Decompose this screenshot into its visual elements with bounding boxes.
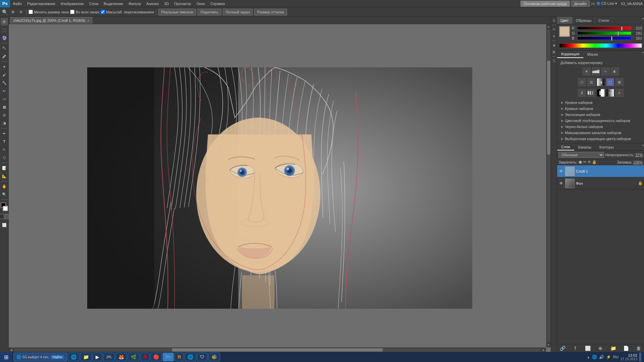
bw-icon[interactable]: ◑ [597,78,605,86]
taskbar-explorer[interactable]: 📁 [80,353,92,361]
foreground-color-swatch[interactable] [559,26,570,37]
tab-masks[interactable]: Маски [583,51,602,58]
menu-layers[interactable]: Слои [87,0,101,7]
canvas-tab-active[interactable]: z5ibZO3SyTk.jpg @ 200% (Слой 1, RGB/8) × [10,17,92,24]
strip-icon-6[interactable]: ☰ [552,59,556,63]
corr-channelmix[interactable]: ▶ Микширование каналов наборов [558,130,643,136]
taskbar-game[interactable]: 🎮 [103,353,115,361]
notes-tool[interactable]: 📝 [1,164,8,172]
menu-window[interactable]: Окно [194,0,208,7]
channel-mix-icon[interactable]: ⊞ [615,78,624,86]
taskbar-ie[interactable]: 🌐 [68,353,79,361]
tray-network[interactable]: 🌐 [592,355,597,359]
menu-view[interactable]: Просмотр [171,0,194,7]
hue-sat-icon[interactable]: ⬡ [578,78,586,86]
all-windows-checkbox[interactable] [70,10,74,14]
print-size-btn[interactable]: Размер оттиска [254,9,287,15]
strip-icon-2[interactable]: ⟳ [552,27,556,32]
standard-mode[interactable] [0,214,4,219]
strip-icon-3[interactable]: ⊕ [552,34,556,39]
g-channel-thumb[interactable] [618,31,619,36]
color-balance-icon[interactable]: ⚖ [587,78,595,86]
canvas-tab-close[interactable]: × [87,19,89,22]
threshold-icon[interactable]: ▋ [597,89,605,97]
taskbar-notification[interactable]: 🌐 5G выйдет 4 сен. Найти [13,353,67,361]
zoom-tool[interactable]: 🔍 [1,191,8,198]
scale-drag-checkbox[interactable] [101,10,105,14]
scroll-down-arrow[interactable]: ▼ [546,343,551,347]
scroll-up-arrow[interactable]: ▲ [546,24,551,29]
type-tool[interactable]: T [1,138,8,145]
show-desktop-btn[interactable] [639,353,641,361]
taskbar-web[interactable]: 🌐 [184,353,196,361]
menu-image[interactable]: Изображение [58,0,87,7]
canvas-content[interactable] [9,24,551,352]
b-channel-thumb[interactable] [611,36,612,41]
delete-layer-btn[interactable]: 🗑 [635,346,642,351]
workspace-design-btn[interactable]: Дизайн [571,1,590,7]
corr-curves[interactable]: ▶ Кривые наборов [558,106,643,112]
invert-icon[interactable]: ⊻ [578,89,586,97]
real-pixels-btn[interactable]: Реальные пиксели [158,9,196,15]
start-button[interactable]: ⊞ [0,352,12,362]
posterize-icon[interactable]: ▊▌▎ [587,89,595,97]
scroll-right-arrow[interactable]: ▶ [541,348,546,352]
b-channel-slider[interactable] [577,37,631,40]
menu-3d[interactable]: 3D [161,0,171,7]
hand-tool[interactable]: ✋ [1,183,8,190]
menu-edit[interactable]: Редактирование [24,0,58,7]
tab-channels[interactable]: Каналы [574,143,595,150]
gradient-tool[interactable]: ▦ [1,103,8,111]
brush-tool[interactable]: 🖌 [1,71,8,78]
layer-item-1[interactable]: 👁 Слой 1 [557,165,644,177]
strip-icon-5[interactable]: ▦ [552,50,556,54]
clock-area[interactable]: 13:02 27.10.2013 [621,353,637,361]
add-group-btn[interactable]: 📁 [610,346,616,351]
tray-sound[interactable]: 🔊 [599,355,604,359]
horizontal-scroll-track[interactable] [14,348,541,352]
taskbar-yandex[interactable]: Я [140,353,150,361]
taskbar-photoshop[interactable]: Ps [163,353,174,361]
measure-tool[interactable]: 📐 [1,172,8,180]
tab-styles[interactable]: Стили [595,17,613,24]
crop-tool[interactable]: ⛏ [1,45,8,52]
layer-bg-visibility[interactable]: 👁 [558,181,564,186]
layer-item-bg[interactable]: 👁 Фон 🔒 [557,177,644,189]
layer-1-visibility[interactable]: 👁 [558,169,564,174]
vertical-scrollbar[interactable]: ▲ ▼ [546,24,551,347]
corr-exposure[interactable]: ▶ Экспозиция наборов [558,112,643,118]
blur-tool[interactable]: ◎ [1,111,8,119]
lang-indicator[interactable]: RU [613,355,619,359]
gradient-map-icon[interactable]: ▭ [606,89,614,97]
full-screen-btn[interactable]: Полный экран [223,9,253,15]
strip-icon-4[interactable]: ◉ [552,43,556,48]
opacity-value[interactable]: 37% [635,153,643,157]
eyedropper-tool[interactable]: 💉 [1,53,8,60]
tab-layers[interactable]: Слои [557,143,574,150]
corr-levels[interactable]: ▶ Уровни наборов [558,100,643,106]
lock-transparent-icon[interactable]: ▣ [579,160,582,164]
menu-file[interactable]: Файл [10,0,24,7]
shape-tool[interactable]: ⬡ [1,154,8,161]
taskbar-shield[interactable]: 🛡 [197,353,208,361]
all-windows-check[interactable]: Во всех окнах [70,10,99,14]
layer-mode-select[interactable]: Обычные [558,152,604,158]
vertical-scroll-thumb[interactable] [547,61,550,155]
dodge-tool[interactable]: ◑ [1,119,8,127]
add-adjustment-btn[interactable]: ⊕ [597,346,604,351]
tab-color[interactable]: Цвет [557,17,573,24]
path-select[interactable]: ↖ [1,146,8,153]
taskbar-yandex2[interactable]: Я [174,353,184,361]
photo-filter-icon[interactable]: ▢ [606,78,614,86]
lock-image-icon[interactable]: ✏ [583,160,586,164]
corr-bw[interactable]: ▶ Черно-белые наборов [558,124,643,130]
background-color[interactable] [3,206,8,211]
tray-power[interactable]: ⚡ [606,355,611,359]
color-panel-collapse[interactable]: ▾ [642,17,644,24]
zoom-out-icon[interactable]: ⊖ [17,9,24,15]
lock-all-icon[interactable]: 🔒 [592,160,597,164]
menu-help[interactable]: Справка [208,0,227,7]
menu-filter[interactable]: Фильтр [126,0,144,7]
taskbar-media[interactable]: ▶ [93,353,102,361]
tab-paths[interactable]: Контуры [595,143,618,150]
